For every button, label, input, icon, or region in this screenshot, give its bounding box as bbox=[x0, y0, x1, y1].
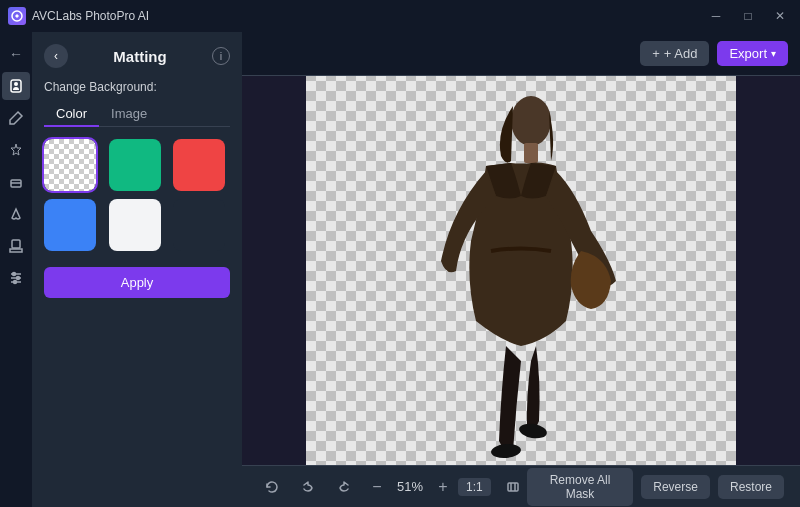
bottom-left-controls: − 51% + 1:1 bbox=[258, 473, 527, 501]
color-image-tabs: Color Image bbox=[44, 102, 230, 127]
swatch-red[interactable] bbox=[173, 139, 225, 191]
swatch-black[interactable] bbox=[173, 199, 225, 251]
back-nav-icon[interactable]: ← bbox=[2, 40, 30, 68]
color-swatches bbox=[44, 139, 230, 251]
portrait-icon[interactable] bbox=[2, 72, 30, 100]
zoom-out-button[interactable]: − bbox=[366, 476, 388, 498]
zoom-level: 51% bbox=[392, 479, 428, 494]
app-icon bbox=[8, 7, 26, 25]
undo-button[interactable] bbox=[294, 473, 322, 501]
window-controls[interactable]: ─ □ ✕ bbox=[704, 7, 792, 25]
sidebar-panel: ‹ Matting i Change Background: Color Ima… bbox=[32, 32, 242, 507]
person-svg bbox=[306, 76, 736, 465]
top-header: + + Add Export ▾ bbox=[242, 32, 800, 76]
reverse-button[interactable]: Reverse bbox=[641, 475, 710, 499]
zoom-in-button[interactable]: + bbox=[432, 476, 454, 498]
close-button[interactable]: ✕ bbox=[768, 7, 792, 25]
svg-point-8 bbox=[13, 273, 16, 276]
sidebar-title: Matting bbox=[113, 48, 166, 65]
swatch-white[interactable] bbox=[109, 199, 161, 251]
redo-button[interactable] bbox=[330, 473, 358, 501]
section-label: Change Background: bbox=[44, 80, 230, 94]
zoom-ratio-button[interactable]: 1:1 bbox=[458, 478, 491, 496]
tab-image[interactable]: Image bbox=[99, 102, 159, 127]
canvas-section: + + Add Export ▾ bbox=[242, 32, 800, 507]
brush-icon[interactable] bbox=[2, 104, 30, 132]
tab-color[interactable]: Color bbox=[44, 102, 99, 127]
bottom-bar: − 51% + 1:1 Remove All Mask Reverse Rest… bbox=[242, 465, 800, 507]
fit-view-button[interactable] bbox=[499, 473, 527, 501]
svg-point-13 bbox=[490, 442, 521, 459]
apply-button[interactable]: Apply bbox=[44, 267, 230, 298]
app-title: AVCLabs PhotoPro AI bbox=[32, 9, 149, 23]
remove-all-mask-button[interactable]: Remove All Mask bbox=[527, 468, 634, 506]
svg-point-10 bbox=[14, 281, 17, 284]
svg-point-14 bbox=[518, 421, 548, 440]
svg-point-9 bbox=[17, 277, 20, 280]
back-button[interactable]: ‹ bbox=[44, 44, 68, 68]
swatch-green[interactable] bbox=[109, 139, 161, 191]
svg-rect-4 bbox=[12, 240, 20, 248]
eraser-icon[interactable] bbox=[2, 168, 30, 196]
zoom-control: − 51% + 1:1 bbox=[366, 476, 491, 498]
svg-rect-12 bbox=[524, 143, 538, 163]
stamp-icon[interactable] bbox=[2, 232, 30, 260]
restore-button[interactable]: Restore bbox=[718, 475, 784, 499]
svg-point-2 bbox=[14, 82, 18, 86]
maximize-button[interactable]: □ bbox=[736, 7, 760, 25]
swatch-transparent[interactable] bbox=[44, 139, 96, 191]
main-layout: ← bbox=[0, 32, 800, 507]
sidebar-header: ‹ Matting i bbox=[44, 44, 230, 68]
canvas-image bbox=[306, 76, 736, 465]
color-fill-icon[interactable] bbox=[2, 200, 30, 228]
sliders-icon[interactable] bbox=[2, 264, 30, 292]
canvas-viewport[interactable] bbox=[242, 76, 800, 465]
add-button[interactable]: + + Add bbox=[640, 41, 709, 66]
bottom-right-controls: Remove All Mask Reverse Restore bbox=[527, 468, 784, 506]
title-bar: AVCLabs PhotoPro AI ─ □ ✕ bbox=[0, 0, 800, 32]
minimize-button[interactable]: ─ bbox=[704, 7, 728, 25]
svg-point-11 bbox=[511, 96, 551, 146]
export-chevron-icon: ▾ bbox=[771, 48, 776, 59]
svg-rect-15 bbox=[508, 483, 518, 491]
info-button[interactable]: i bbox=[212, 47, 230, 65]
left-toolbar: ← bbox=[0, 32, 32, 507]
reset-button[interactable] bbox=[258, 473, 286, 501]
plus-icon: + bbox=[652, 46, 660, 61]
export-button[interactable]: Export ▾ bbox=[717, 41, 788, 66]
magic-icon[interactable] bbox=[2, 136, 30, 164]
title-bar-left: AVCLabs PhotoPro AI bbox=[8, 7, 149, 25]
swatch-blue[interactable] bbox=[44, 199, 96, 251]
